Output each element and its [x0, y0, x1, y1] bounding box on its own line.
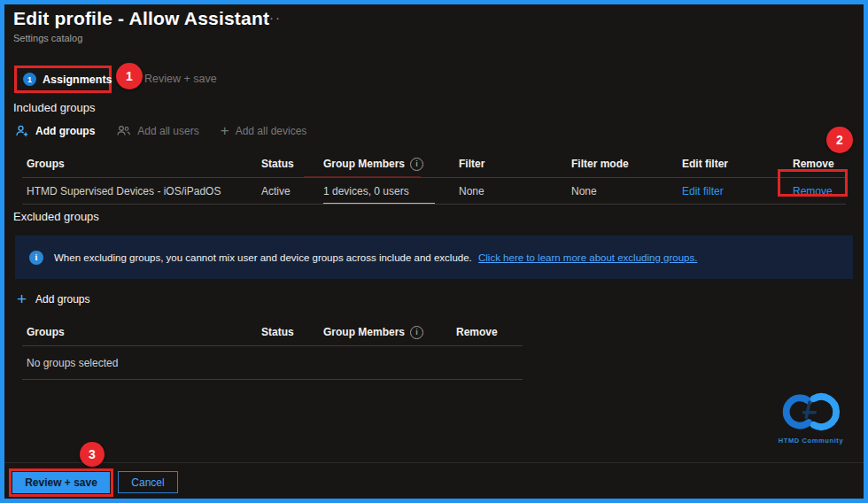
excluded-groups-heading: Excluded groups: [13, 210, 99, 223]
table-row: HTMD Supervised Devices - iOS/iPadOS Act…: [22, 178, 846, 205]
learn-more-link[interactable]: Click here to learn more about excluding…: [478, 252, 697, 263]
exclusion-info-banner: i When excluding groups, you cannot mix …: [15, 236, 853, 279]
htmd-logo-label: HTMD Community: [760, 437, 862, 445]
excluded-add-groups-button[interactable]: + Add groups: [17, 293, 90, 306]
included-groups-heading: Included groups: [13, 101, 96, 114]
col-groups: Groups: [22, 326, 257, 338]
more-options-icon[interactable]: ···: [263, 10, 282, 25]
plus-icon: +: [17, 293, 27, 306]
footer-divider: [4, 462, 864, 463]
group-status: Active: [257, 185, 319, 197]
cancel-button[interactable]: Cancel: [118, 471, 178, 493]
excluded-add-groups-label: Add groups: [35, 293, 89, 306]
add-all-users-label: Add all users: [137, 125, 198, 137]
htmd-logo-icon: [779, 392, 843, 431]
group-members-cell-underline: [323, 203, 435, 204]
annotation-badge-3: 3: [80, 442, 105, 467]
add-all-devices-label: Add all devices: [236, 125, 307, 137]
col-edit-filter: Edit filter: [678, 158, 788, 170]
step-1-icon: 1: [23, 73, 36, 86]
annotation-badge-2: 2: [826, 127, 853, 153]
col-remove: Remove: [452, 326, 523, 338]
review-save-button[interactable]: Review + save: [12, 472, 110, 493]
included-table-header: Groups Status Group Members i Filter Fil…: [22, 151, 846, 178]
plus-icon: +: [221, 125, 229, 137]
group-members-header-underline: [304, 176, 421, 177]
col-status: Status: [257, 158, 319, 170]
included-groups-table: Groups Status Group Members i Filter Fil…: [22, 151, 846, 205]
empty-state-text: No groups selected: [22, 346, 523, 380]
tab-assignments-label: Assignments: [43, 74, 112, 86]
remove-link[interactable]: Remove: [793, 185, 833, 197]
add-all-devices-button[interactable]: + Add all devices: [221, 125, 307, 137]
edit-filter-link[interactable]: Edit filter: [682, 185, 724, 197]
add-groups-label: Add groups: [35, 125, 95, 137]
page-title: Edit profile - Allow Assistant: [13, 8, 269, 29]
htmd-community-logo: HTMD Community: [760, 392, 862, 445]
excluded-table-header: Groups Status Group Members i Remove: [22, 319, 523, 346]
info-icon[interactable]: i: [410, 158, 423, 171]
person-add-icon: [15, 124, 29, 138]
add-groups-button[interactable]: Add groups: [15, 124, 95, 138]
info-icon[interactable]: i: [410, 326, 423, 339]
included-groups-toolbar: Add groups Add all users + Add all devic…: [15, 124, 306, 138]
tab-assignments[interactable]: 1 Assignments: [14, 66, 112, 93]
annotation-badge-1: 1: [116, 63, 143, 89]
banner-text: When excluding groups, you cannot mix us…: [54, 252, 697, 263]
col-groups: Groups: [22, 158, 257, 170]
group-filter-mode: None: [567, 185, 678, 197]
col-group-members: Group Members i: [319, 326, 452, 339]
col-status: Status: [257, 326, 319, 338]
people-icon: [116, 124, 131, 138]
add-all-users-button[interactable]: Add all users: [116, 124, 198, 138]
tab-review-save[interactable]: Review + save: [144, 73, 217, 85]
col-remove: Remove: [788, 158, 846, 170]
group-filter: None: [454, 185, 567, 197]
group-members-count: 1 devices, 0 users: [319, 185, 454, 197]
col-filter-mode: Filter mode: [567, 158, 678, 170]
page-subtitle: Settings catalog: [13, 33, 82, 43]
edit-profile-window: Edit profile - Allow Assistant ··· Setti…: [0, 0, 868, 503]
excluded-groups-table: Groups Status Group Members i Remove No …: [22, 319, 523, 380]
group-name: HTMD Supervised Devices - iOS/iPadOS: [22, 185, 257, 197]
col-group-members: Group Members i: [319, 158, 454, 171]
info-banner-icon: i: [29, 251, 43, 265]
col-filter: Filter: [454, 158, 567, 170]
